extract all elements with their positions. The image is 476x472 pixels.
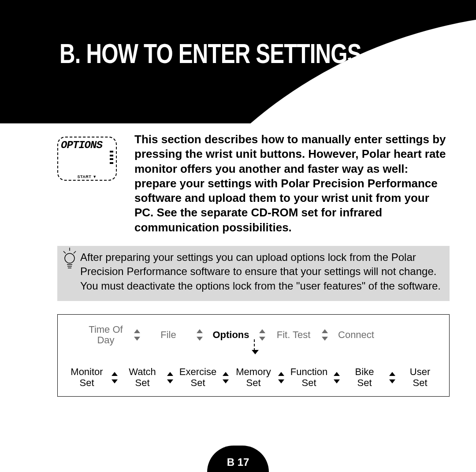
nav-item-watch-set: WatchSet [122,367,163,388]
page-title: B. HOW TO ENTER SETTINGS [60,37,361,69]
watch-display: OPTIONS START ▼ [57,137,117,181]
updown-icon [167,372,173,383]
nav-item-time-of-day: Time OfDay [82,324,130,346]
updown-icon [134,329,140,341]
svg-line-1 [63,251,66,253]
updown-icon [223,372,229,383]
nav-item-connect: Connect [332,330,380,340]
watch-bars-icon [110,151,113,164]
tip-text: After preparing your settings you can up… [80,250,441,293]
nav-diagram: Time OfDay File Options Fit. Test Connec… [57,314,450,397]
page-number-tab: B 17 [207,446,269,472]
updown-icon [112,372,118,383]
content: OPTIONS START ▼ This section describes h… [57,132,450,397]
lightbulb-icon [61,248,78,272]
watch-display-text: OPTIONS [61,139,102,151]
nav-item-memory-set: MemorySet [233,367,274,388]
updown-icon [278,372,284,383]
nav-item-monitor-set: MonitorSet [67,367,107,388]
watch-start-label: START ▼ [77,175,97,179]
nav-item-bike-set: BikeSet [344,367,385,388]
updown-icon [197,329,203,341]
updown-icon [259,329,265,341]
header-swoop: B. HOW TO ENTER SETTINGS [0,0,476,123]
dashed-down-arrow-icon [254,339,255,351]
nav-item-function-set: FunctionSet [289,367,329,388]
updown-icon [389,372,395,383]
updown-icon [334,372,340,383]
svg-point-3 [65,253,74,263]
nav-item-user-set: UserSet [400,367,440,388]
tip-box: After preparing your settings you can up… [57,246,450,301]
nav-item-file: File [145,330,192,340]
nav-item-fit-test: Fit. Test [270,330,317,340]
nav-item-options: Options [207,330,255,340]
nav-row-bottom: MonitorSet WatchSet ExerciseSet MemorySe… [67,367,440,388]
svg-line-2 [74,251,76,253]
intro-text: This section describes how to manually e… [134,132,450,235]
updown-icon [322,329,328,341]
nav-row-top: Time OfDay File Options Fit. Test Connec… [82,324,440,346]
nav-item-exercise-set: ExerciseSet [178,367,218,388]
intro-row: OPTIONS START ▼ This section describes h… [57,132,450,235]
